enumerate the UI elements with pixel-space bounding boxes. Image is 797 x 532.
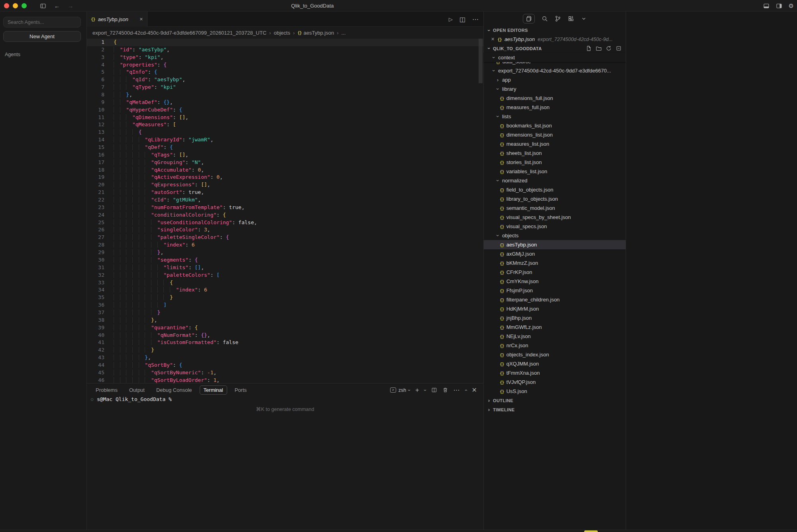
code-line[interactable]: 19 "qActiveExpression": 0,: [87, 174, 483, 181]
breadcrumb-item[interactable]: export_7274500d-42cd-450c-9dd7-e3dfde667…: [92, 30, 267, 36]
code-line[interactable]: 22 "cId": "gtMUkm",: [87, 196, 483, 204]
refresh-icon[interactable]: [606, 45, 612, 51]
code-line[interactable]: 36 ]: [87, 301, 483, 309]
code-line[interactable]: 13 {: [87, 129, 483, 136]
code-line[interactable]: 42 }: [87, 346, 483, 354]
toggle-secondary-sidebar-icon[interactable]: [776, 3, 782, 9]
zoom-window-button[interactable]: [22, 3, 27, 8]
search-icon[interactable]: [542, 16, 548, 22]
tree-folder-objects[interactable]: ›objects: [484, 231, 626, 240]
code-line[interactable]: 7 "qType": "kpi": [87, 84, 483, 91]
code-line[interactable]: 44 "qSortBy": {: [87, 362, 483, 369]
code-line[interactable]: 28 "index": 6: [87, 241, 483, 249]
tree-folder-export_7274500d-42cd-450c-9dd7-e3dfde6670...[interactable]: ›export_7274500d-42cd-450c-9dd7-e3dfde66…: [484, 66, 626, 75]
run-file-icon[interactable]: ▷: [449, 16, 453, 22]
code-line[interactable]: 15 "qDef": {: [87, 144, 483, 151]
breadcrumb-item[interactable]: objects: [274, 30, 290, 36]
tree-file-CmYKnw.json[interactable]: {}CmYKnw.json: [484, 277, 626, 286]
tree-file-tVJvfQP.json[interactable]: {}tVJvfQP.json: [484, 377, 626, 387]
code-line[interactable]: 25 "useConditionalColoring": false,: [87, 219, 483, 227]
maximize-panel-icon[interactable]: ›: [463, 389, 469, 391]
tree-file-semantic_model.json[interactable]: {}semantic_model.json: [484, 203, 626, 213]
code-line[interactable]: 1{: [87, 39, 483, 46]
extensions-icon[interactable]: [568, 16, 574, 22]
code-line[interactable]: 10 "qHyperCubeDef": {: [87, 106, 483, 114]
panel-tab-debug-console[interactable]: Debug Console: [152, 385, 196, 395]
tree-file-stories_list.json[interactable]: {}stories_list.json: [484, 158, 626, 167]
tree-file-visual_specs.json[interactable]: {}visual_specs.json: [484, 222, 626, 231]
settings-gear-icon[interactable]: ⚙: [789, 2, 794, 10]
code-line[interactable]: 27 "paletteSingleColor": {: [87, 234, 483, 241]
code-line[interactable]: 40 "qNumFormat": {},: [87, 332, 483, 339]
shell-selector[interactable]: > zsh ›: [390, 387, 410, 393]
breadcrumb-item[interactable]: {}aesTybp.json: [297, 30, 334, 36]
open-editors-header[interactable]: › OPEN EDITORS: [484, 26, 626, 35]
search-agents-input[interactable]: [3, 17, 81, 27]
code-line[interactable]: 33 {: [87, 279, 483, 287]
code-line[interactable]: 4 "properties": {: [87, 61, 483, 69]
tab-close-icon[interactable]: ✕: [139, 17, 143, 22]
code-line[interactable]: 9 "qMetaDef": {},: [87, 99, 483, 106]
tree-file-measures_list.json[interactable]: {}measures_list.json: [484, 139, 626, 149]
explorer-view-icon[interactable]: [523, 14, 535, 23]
code-line[interactable]: 26 "singleColor": 3,: [87, 226, 483, 234]
code-line[interactable]: 12 "qMeasures": [: [87, 121, 483, 129]
tree-file-HdKjMrM.json[interactable]: {}HdKjMrM.json: [484, 304, 626, 313]
back-button[interactable]: ←: [54, 3, 60, 9]
panel-tab-ports[interactable]: Ports: [231, 385, 251, 395]
tree-file-sheets_list.json[interactable]: {}sheets_list.json: [484, 149, 626, 158]
tree-file-bookmarks_list.json[interactable]: {}bookmarks_list.json: [484, 121, 626, 130]
tree-file-jnjBhp.json[interactable]: {}jnjBhp.json: [484, 313, 626, 323]
editor-tab-aesTybp[interactable]: {} aesTybp.json ✕: [87, 12, 147, 27]
panel-tab-output[interactable]: Output: [125, 385, 149, 395]
new-terminal-button[interactable]: +: [415, 387, 419, 394]
tree-file-objects_index.json[interactable]: {}objects_index.json: [484, 350, 626, 359]
code-editor[interactable]: 1{2 "id": "aesTybp",3 "type": "kpi",4 "p…: [87, 39, 483, 383]
code-line[interactable]: 11 "qDimensions": [],: [87, 114, 483, 121]
collapse-all-icon[interactable]: [616, 45, 622, 51]
tree-folder-app[interactable]: ›app: [484, 75, 626, 84]
code-line[interactable]: 6 "qId": "aesTybp",: [87, 76, 483, 84]
tree-file-bKMmzZ.json[interactable]: {}bKMmzZ.json: [484, 258, 626, 268]
split-editor-icon[interactable]: ◫: [459, 16, 465, 23]
tree-file-library_to_objects.json[interactable]: {}library_to_objects.json: [484, 194, 626, 203]
close-panel-icon[interactable]: ✕: [472, 386, 477, 394]
code-line[interactable]: 35 }: [87, 294, 483, 301]
code-line[interactable]: 17 "qGrouping": "N",: [87, 159, 483, 166]
tree-folder-context[interactable]: ›context: [484, 53, 626, 62]
code-line[interactable]: 31 "limits": [],: [87, 264, 483, 272]
editor-scrollbar[interactable]: [479, 39, 483, 83]
tree-folder-lists[interactable]: ›lists: [484, 112, 626, 121]
code-line[interactable]: 41 "isCustomFormatted": false: [87, 339, 483, 346]
tree-file-filterpane_children.json[interactable]: {}filterpane_children.json: [484, 295, 626, 304]
code-line[interactable]: 43 },: [87, 354, 483, 362]
tree-folder-library[interactable]: ›library: [484, 84, 626, 94]
tree-file-nrCx.json[interactable]: {}nrCx.json: [484, 341, 626, 350]
panel-tab-problems[interactable]: Problems: [92, 385, 122, 395]
code-line[interactable]: 34 "index": 6: [87, 286, 483, 294]
code-line[interactable]: 20 "qExpressions": [],: [87, 181, 483, 189]
panel-more-actions-icon[interactable]: ⋯: [453, 386, 460, 394]
tree-file-dimensions_list.json[interactable]: {}dimensions_list.json: [484, 130, 626, 139]
code-line[interactable]: 23 "numFormatFromTemplate": true,: [87, 204, 483, 211]
outline-section-header[interactable]: › OUTLINE: [484, 396, 626, 405]
tree-file-axGMjJ.json[interactable]: {}axGMjJ.json: [484, 249, 626, 258]
panel-tab-terminal[interactable]: Terminal: [200, 385, 227, 395]
tree-file-variables_list.json[interactable]: {}variables_list.json: [484, 167, 626, 176]
tree-file-measures_full.json[interactable]: {}measures_full.json: [484, 103, 626, 112]
code-line[interactable]: 3 "type": "kpi",: [87, 54, 483, 61]
code-line[interactable]: 46 "qSortByLoadOrder": 1,: [87, 377, 483, 383]
project-section-header[interactable]: › QLIK_TO_GOODDATA: [484, 44, 626, 53]
forward-button[interactable]: →: [68, 3, 73, 9]
code-line[interactable]: 16 "qTags": [],: [87, 151, 483, 159]
code-line[interactable]: 38 },: [87, 317, 483, 324]
source-control-branch-icon[interactable]: [555, 16, 561, 22]
tree-file-FfsjmP.json[interactable]: {}FfsjmP.json: [484, 286, 626, 295]
breadcrumb-item[interactable]: ...: [341, 30, 345, 36]
code-line[interactable]: 32 "paletteColors": [: [87, 272, 483, 279]
minimize-window-button[interactable]: [13, 3, 18, 8]
close-window-button[interactable]: [4, 3, 9, 8]
tree-file-NEjLv.json[interactable]: {}NEjLv.json: [484, 332, 626, 341]
editor-more-actions-icon[interactable]: ⋯: [472, 16, 479, 23]
tree-file-UsS.json[interactable]: {}UsS.json: [484, 387, 626, 396]
